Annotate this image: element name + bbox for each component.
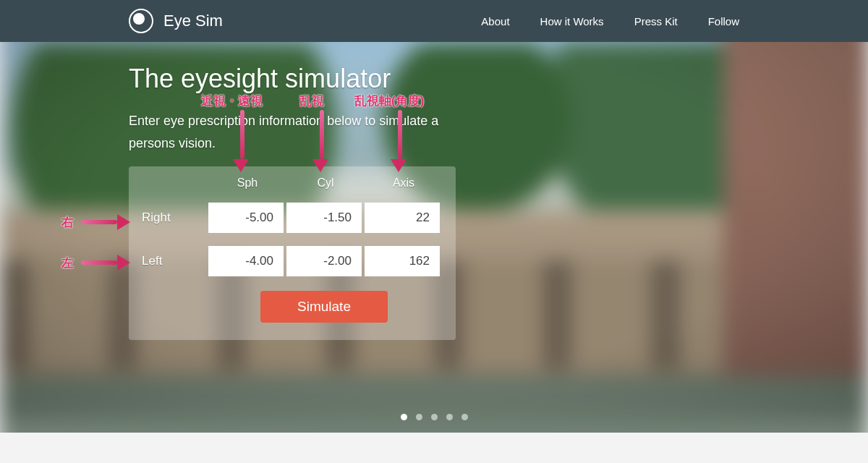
carousel-dot-1[interactable] (401, 414, 407, 420)
left-sph-input[interactable] (208, 246, 284, 276)
carousel-dot-4[interactable] (446, 414, 453, 420)
row-left-label: Left (129, 254, 208, 268)
col-axis: Axis (365, 177, 443, 190)
right-axis-input[interactable] (365, 203, 440, 233)
primary-nav: About How it Works Press Kit Follow (481, 15, 739, 27)
annot-sph: 近視・遠視 (201, 93, 263, 109)
column-headers: Sph Cyl Axis (208, 177, 456, 190)
annot-cyl: 乱視 (299, 93, 324, 109)
brand[interactable]: Eye Sim (129, 9, 223, 33)
hero-title: The eyesight simulator (129, 64, 447, 94)
row-left: Left (129, 246, 456, 276)
arrow-right-r-icon (81, 218, 130, 226)
right-sph-input[interactable] (208, 203, 284, 233)
brand-name: Eye Sim (163, 12, 223, 30)
annot-axis: 乱視軸(角度) (354, 93, 424, 109)
nav-about[interactable]: About (481, 15, 509, 27)
left-cyl-input[interactable] (286, 246, 362, 276)
nav-follow[interactable]: Follow (708, 15, 739, 27)
simulate-button[interactable]: Simulate (260, 291, 388, 323)
annot-left: 左 (61, 255, 74, 271)
arrow-right-l-icon (81, 259, 130, 266)
col-sph: Sph (208, 177, 286, 190)
prescription-form: Sph Cyl Axis Right Left Simulate (129, 166, 456, 340)
annot-right: 右 (61, 214, 74, 231)
row-right-label: Right (129, 211, 208, 225)
col-cyl: Cyl (286, 177, 365, 190)
nav-press[interactable]: Press Kit (634, 15, 678, 27)
carousel-dot-3[interactable] (431, 414, 438, 420)
right-cyl-input[interactable] (286, 203, 362, 233)
row-right: Right (129, 203, 456, 233)
nav-how[interactable]: How it Works (540, 15, 604, 27)
eye-logo-icon (129, 9, 153, 33)
carousel-dots (0, 414, 868, 420)
site-header: Eye Sim About How it Works Press Kit Fol… (0, 0, 868, 42)
footer-strip (0, 433, 868, 463)
carousel-dot-5[interactable] (461, 414, 468, 420)
arrow-down-axis-icon (396, 110, 404, 172)
arrow-down-sph-icon (239, 110, 246, 172)
left-axis-input[interactable] (365, 246, 440, 276)
carousel-dot-2[interactable] (416, 414, 422, 420)
arrow-down-cyl-icon (318, 110, 326, 172)
